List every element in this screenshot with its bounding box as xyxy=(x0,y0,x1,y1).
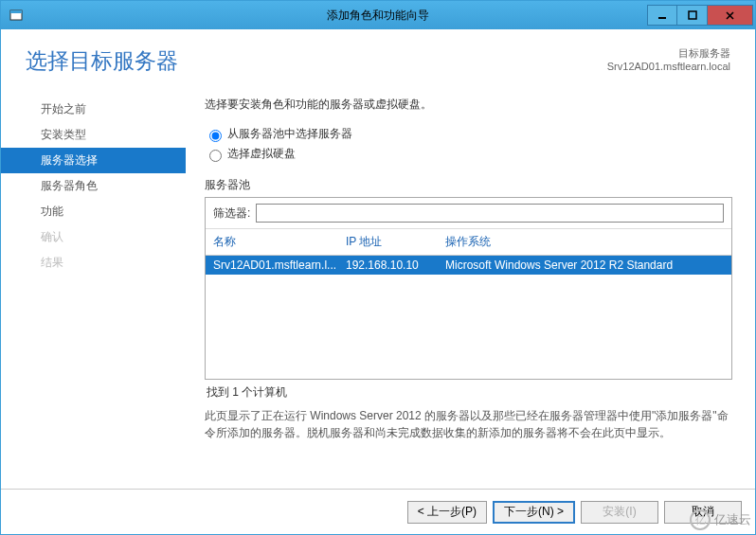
cancel-button[interactable]: 取消 xyxy=(664,501,742,524)
main: 开始之前 安装类型 服务器选择 服务器角色 功能 确认 结果 选择要安装角色和功… xyxy=(1,85,755,489)
radio-server-pool-input[interactable] xyxy=(209,130,222,142)
col-name[interactable]: 名称 xyxy=(213,234,346,250)
table-row[interactable]: Srv12AD01.msftlearn.l... 192.168.10.10 M… xyxy=(206,256,731,275)
window-title: 添加角色和功能向导 xyxy=(1,8,755,24)
nav-results: 结果 xyxy=(1,250,186,276)
target-info: 目标服务器 Srv12AD01.msftlearn.local xyxy=(607,46,730,72)
nav-confirm: 确认 xyxy=(1,224,186,250)
body: 选择目标服务器 目标服务器 Srv12AD01.msftlearn.local … xyxy=(1,29,755,534)
header: 选择目标服务器 目标服务器 Srv12AD01.msftlearn.local xyxy=(1,29,755,85)
page-title: 选择目标服务器 xyxy=(26,46,607,76)
radio-vhd-label: 选择虚拟硬盘 xyxy=(227,146,296,162)
description-text: 此页显示了正在运行 Windows Server 2012 的服务器以及那些已经… xyxy=(205,407,732,441)
nav-server-roles[interactable]: 服务器角色 xyxy=(1,173,186,199)
target-label: 目标服务器 xyxy=(607,46,730,61)
radio-vhd[interactable]: 选择虚拟硬盘 xyxy=(205,146,732,162)
next-button[interactable]: 下一步(N) > xyxy=(493,501,575,524)
server-pool: 筛选器: 名称 IP 地址 操作系统 Srv12AD01.msftlearn.l… xyxy=(205,197,732,380)
window-controls xyxy=(647,5,753,26)
svg-rect-1 xyxy=(10,10,22,13)
intro-text: 选择要安装角色和功能的服务器或虚拟硬盘。 xyxy=(205,97,732,113)
maximize-button[interactable] xyxy=(677,5,708,26)
target-value: Srv12AD01.msftlearn.local xyxy=(607,61,730,72)
radio-server-pool[interactable]: 从服务器池中选择服务器 xyxy=(205,126,732,142)
cell-name: Srv12AD01.msftlearn.l... xyxy=(213,259,346,272)
pool-label: 服务器池 xyxy=(205,177,732,193)
nav-server-selection[interactable]: 服务器选择 xyxy=(1,148,186,173)
cell-os: Microsoft Windows Server 2012 R2 Standar… xyxy=(445,259,731,272)
sidebar: 开始之前 安装类型 服务器选择 服务器角色 功能 确认 结果 xyxy=(1,85,186,489)
count-text: 找到 1 个计算机 xyxy=(205,380,732,405)
table-header: 名称 IP 地址 操作系统 xyxy=(206,229,731,256)
filter-row: 筛选器: xyxy=(206,198,731,229)
app-icon xyxy=(7,6,26,25)
footer: < 上一步(P) 下一步(N) > 安装(I) 取消 xyxy=(1,489,755,534)
filter-label: 筛选器: xyxy=(213,205,250,222)
svg-rect-3 xyxy=(689,11,696,19)
col-ip[interactable]: IP 地址 xyxy=(346,234,445,250)
prev-button[interactable]: < 上一步(P) xyxy=(407,501,487,524)
content: 选择要安装角色和功能的服务器或虚拟硬盘。 从服务器池中选择服务器 选择虚拟硬盘 … xyxy=(186,85,755,489)
radio-server-pool-label: 从服务器池中选择服务器 xyxy=(227,126,352,142)
nav-install-type[interactable]: 安装类型 xyxy=(1,122,186,148)
filter-input[interactable] xyxy=(256,204,724,223)
install-button: 安装(I) xyxy=(581,501,658,524)
table-body[interactable]: Srv12AD01.msftlearn.l... 192.168.10.10 M… xyxy=(206,256,731,379)
radio-vhd-input[interactable] xyxy=(209,150,222,162)
close-button[interactable] xyxy=(708,5,753,26)
wizard-window: 添加角色和功能向导 选择目标服务器 目标服务器 Srv12AD01.msftle… xyxy=(0,0,756,535)
nav-before-begin[interactable]: 开始之前 xyxy=(1,97,186,122)
col-os[interactable]: 操作系统 xyxy=(445,234,731,250)
nav-features[interactable]: 功能 xyxy=(1,199,186,224)
cell-ip: 192.168.10.10 xyxy=(346,259,445,272)
minimize-button[interactable] xyxy=(647,5,677,26)
titlebar: 添加角色和功能向导 xyxy=(1,1,755,29)
